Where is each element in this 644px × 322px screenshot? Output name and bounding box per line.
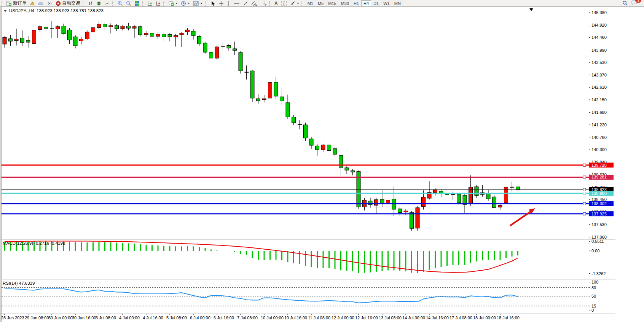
- svg-text:142.610: 142.610: [591, 85, 607, 89]
- chart-shift-button[interactable]: [154, 0, 163, 6]
- svg-text:3 Jul 08:00: 3 Jul 08:00: [96, 316, 116, 320]
- svg-text:137.530: 137.530: [591, 222, 607, 227]
- svg-text:E: E: [255, 3, 257, 6]
- toolbar-grip[interactable]: [142, 1, 145, 6]
- new-order-button[interactable]: 新订单: [5, 0, 28, 6]
- market-watch-button[interactable]: [37, 0, 45, 6]
- toolbar-grip[interactable]: [1, 1, 4, 6]
- search-button[interactable]: [621, 0, 630, 6]
- svg-text:6 Jul 16:00: 6 Jul 16:00: [214, 316, 234, 320]
- notification-badge[interactable]: 1: [635, 0, 641, 3]
- horizontal-price-lines[interactable]: 139.728139.281138.823138.680138.302137.9…: [2, 163, 614, 216]
- arrows-tool-button[interactable]: [289, 0, 301, 6]
- trendline-tool-button[interactable]: [241, 0, 250, 6]
- channel-tool-button[interactable]: E: [250, 0, 259, 6]
- time-axis[interactable]: 28 Jun 202329 Jun 08:0030 Jun 00:0030 Ju…: [1, 314, 520, 320]
- periods-button[interactable]: [179, 0, 191, 6]
- horizontal-line-tool-button[interactable]: [232, 0, 241, 6]
- text-label-icon: T: [281, 1, 287, 6]
- toolbar-grip[interactable]: [163, 1, 166, 6]
- auto-scroll-button[interactable]: [146, 0, 154, 6]
- timeframe-m1-button[interactable]: M1: [305, 0, 316, 6]
- timeframe-w1-button[interactable]: W1: [381, 0, 392, 6]
- svg-text:11 Jul 08:00: 11 Jul 08:00: [308, 316, 330, 320]
- svg-text:5 Jul 08:00: 5 Jul 08:00: [166, 316, 187, 320]
- arrow-annotation[interactable]: [510, 208, 535, 226]
- new-order-label: 新订单: [13, 0, 27, 6]
- timeframe-m5-button[interactable]: M5: [316, 0, 326, 6]
- cursor-tool-button[interactable]: [209, 0, 217, 6]
- crosshair-icon: [218, 1, 224, 6]
- svg-text:139.281: 139.281: [591, 175, 607, 179]
- macd-pane: 0.55110.00-1.3262: [4, 239, 606, 276]
- toolbar-grip[interactable]: [269, 1, 272, 6]
- timeframe-m30-button[interactable]: M30: [339, 0, 351, 6]
- zoom-in-button[interactable]: [116, 0, 124, 6]
- vertical-line-tool-button[interactable]: [225, 0, 232, 6]
- svg-text:4 Jul 16:00: 4 Jul 16:00: [143, 316, 163, 320]
- svg-text:143.990: 143.990: [591, 48, 607, 53]
- svg-text:0.5511: 0.5511: [591, 239, 604, 244]
- timeframe-mn-button[interactable]: MN: [392, 0, 403, 6]
- toolbar-grip[interactable]: [301, 1, 304, 6]
- line-chart-mode-button[interactable]: [103, 0, 112, 6]
- dropdown-caret-icon: [175, 3, 178, 4]
- svg-text:13 Jul 08:00: 13 Jul 08:00: [379, 316, 402, 320]
- indicators-button[interactable]: [167, 0, 179, 6]
- ohlc-values: 138.923 138.923 138.781 138.823: [37, 8, 104, 13]
- svg-text:F: F: [265, 3, 267, 6]
- svg-text:12 Jul 00:00: 12 Jul 00:00: [332, 316, 354, 320]
- templates-button[interactable]: [191, 0, 204, 6]
- trading-chart[interactable]: 145.380144.920144.460143.990143.530143.0…: [0, 0, 644, 322]
- dropdown-caret-icon: [200, 3, 202, 4]
- fibonacci-tool-button[interactable]: F: [259, 0, 268, 6]
- svg-text:6 Jul 00:00: 6 Jul 00:00: [190, 316, 210, 320]
- tile-windows-button[interactable]: [133, 0, 141, 6]
- chart-shift-marker[interactable]: [529, 8, 533, 11]
- cloud-icon: [38, 1, 44, 6]
- toolbar-grip[interactable]: [205, 1, 208, 6]
- svg-text:10 Jul 16:00: 10 Jul 16:00: [284, 316, 307, 320]
- svg-text:141.220: 141.220: [591, 123, 607, 127]
- signals-button[interactable]: [45, 0, 54, 6]
- dropdown-caret-icon: [188, 3, 190, 4]
- collapse-triangle-icon[interactable]: [4, 10, 7, 12]
- svg-text:T: T: [283, 2, 285, 5]
- svg-text:141.680: 141.680: [591, 110, 607, 115]
- svg-text:144.460: 144.460: [591, 35, 607, 40]
- text-label-tool-button[interactable]: T: [279, 0, 289, 6]
- svg-text:18 Jul 16:00: 18 Jul 16:00: [497, 316, 520, 320]
- svg-text:139.728: 139.728: [591, 163, 607, 167]
- ohlc-bars-icon: [88, 1, 93, 6]
- toolbar-grip[interactable]: [112, 1, 115, 6]
- svg-text:144.920: 144.920: [591, 23, 607, 27]
- macd-indicator-label: MACD(12,26,9) -0.2716 -0.4198: [3, 241, 65, 245]
- candles-series: [3, 21, 520, 231]
- auto-scroll-icon: [147, 1, 153, 6]
- indicators-icon: [169, 1, 174, 6]
- svg-text:10 Jul 00:00: 10 Jul 00:00: [261, 316, 284, 320]
- autotrade-icon: [56, 1, 61, 6]
- horizontal-line-icon: [234, 1, 240, 6]
- equidistant-channel-icon: E: [251, 1, 257, 6]
- timeframe-h1-button[interactable]: H1: [351, 0, 361, 6]
- new-chart-button[interactable]: [28, 0, 37, 6]
- new-order-icon: [6, 1, 12, 6]
- svg-text:0.00: 0.00: [591, 249, 599, 253]
- symbol-period-label: USDJPY-,H4: [9, 8, 34, 13]
- toolbar-grip[interactable]: [83, 1, 86, 6]
- bar-chart-mode-button[interactable]: [86, 0, 95, 6]
- timeframe-m15-button[interactable]: M15: [326, 0, 338, 6]
- svg-text:7 Jul 08:00: 7 Jul 08:00: [237, 316, 258, 320]
- svg-text:138.302: 138.302: [591, 201, 607, 206]
- crosshair-tool-button[interactable]: [217, 0, 225, 6]
- timeframe-d1-button[interactable]: D1: [371, 0, 381, 6]
- text-tool-button[interactable]: A: [273, 0, 279, 6]
- zoom-out-button[interactable]: [124, 0, 133, 6]
- svg-text:80: 80: [591, 285, 596, 290]
- signal-icon: [47, 1, 53, 6]
- candlestick-mode-button[interactable]: [95, 0, 103, 6]
- timeframe-h4-button[interactable]: H4: [361, 0, 371, 6]
- autotrade-button[interactable]: 自动交易: [54, 0, 82, 6]
- template-icon: [193, 1, 199, 6]
